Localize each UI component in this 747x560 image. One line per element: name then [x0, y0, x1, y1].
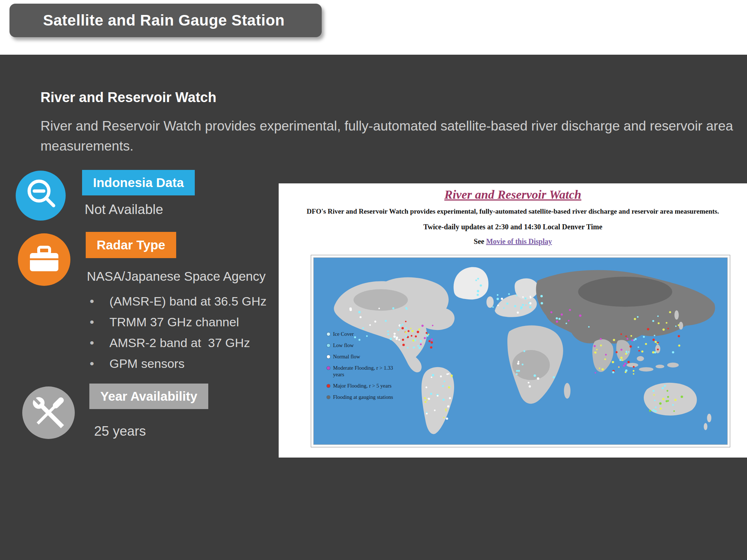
legend-item-moderate-flooding: Moderate Flooding, r > 1.33 years [327, 365, 403, 378]
legend-label: Flooding at gauging stations [333, 394, 393, 400]
island-borneo [637, 356, 644, 361]
continent-south-america [422, 367, 454, 434]
radar-bullet-4: GPM sensors [87, 353, 267, 374]
legend-label: Normal flow [333, 353, 360, 360]
webpage-intro-line: DFO's River and Reservoir Watch provides… [279, 207, 747, 215]
radar-bullet-1: (AMSR-E) band at 36.5 GHz [87, 291, 267, 312]
region-scandinavia [515, 278, 538, 299]
webpage-screenshot-panel: River and Reservoir Watch DFO's River an… [279, 183, 747, 458]
patch-canada [353, 289, 408, 311]
webpage-updates-line: Twice-daily updates at 2:30 and 14:30 Lo… [279, 223, 747, 231]
island-sulawesi [655, 365, 664, 368]
indonesia-data-label-text: Indonesia Data [93, 175, 184, 190]
patch-africa [512, 350, 550, 380]
slide-body: River and Reservoir Watch River and Rese… [0, 55, 747, 560]
legend-item-low-flow: Low flow [327, 342, 403, 349]
movie-display-link[interactable]: Movie of this Display [486, 237, 552, 245]
world-map-frame: Ice Cover Low flow Normal flow Mode [311, 255, 730, 447]
legend-swatch [327, 396, 330, 399]
see-prefix: See [474, 237, 486, 245]
legend-swatch [327, 355, 330, 358]
legend-item-ice-cover: Ice Cover [327, 331, 403, 337]
zoom-out-icon-circle [16, 171, 66, 221]
radar-bullet-list: (AMSR-E) band at 36.5 GHz TRMM 37 GHz ch… [87, 291, 267, 374]
legend-item-major-flooding: Major Flooding, r > 5 years [327, 382, 403, 389]
top-strip: Satellite and Rain Gauge Station [0, 0, 747, 55]
legend-swatch [327, 366, 330, 370]
island-java [639, 367, 654, 372]
legend-label: Low flow [333, 342, 354, 349]
island-new-guinea [667, 362, 679, 368]
year-availability-value: 25 years [94, 424, 146, 439]
tools-icon-circle [22, 386, 75, 439]
indonesia-data-label: Indonesia Data [82, 170, 195, 195]
briefcase-icon [18, 233, 70, 286]
section-description: River and Reservoir Watch provides exper… [40, 116, 734, 156]
radar-bullet-2: TRMM 37 GHz channel [87, 312, 267, 332]
magnifier-minus-icon [16, 171, 66, 221]
tools-icon [22, 386, 75, 439]
radar-type-label-text: Radar Type [97, 238, 165, 252]
island-japan-south [679, 322, 683, 330]
legend-label: Major Flooding, r > 5 years [333, 382, 391, 389]
legend-label: Moderate Flooding, r > 1.33 years [333, 365, 403, 378]
legend-swatch [327, 344, 330, 347]
island-new-zealand-south [704, 423, 707, 430]
section-heading: River and Reservoir Watch [40, 90, 216, 105]
legend-item-normal-flow: Normal flow [327, 353, 403, 360]
slide-title: Satellite and Rain Gauge Station [9, 12, 285, 29]
continent-australia [644, 383, 697, 416]
region-madagascar [564, 383, 570, 398]
radar-type-label: Radar Type [86, 232, 176, 258]
year-availability-label-text: Year Availability [100, 389, 197, 404]
legend-swatch [327, 384, 330, 388]
radar-bullet-3: AMSR-2 band at 37 GHz [87, 332, 267, 353]
world-flood-map: Ice Cover Low flow Normal flow Mode [313, 257, 728, 445]
slide-title-tab: Satellite and Rain Gauge Station [9, 4, 322, 37]
island-new-zealand-north [707, 414, 711, 423]
briefcase-icon-circle [18, 233, 70, 286]
radar-agency-text: NASA/Japanese Space Agency [87, 269, 266, 284]
region-india [592, 339, 614, 372]
legend-swatch [327, 332, 330, 336]
island-japan-north [674, 310, 679, 320]
indonesia-data-value: Not Available [85, 202, 163, 217]
island-sumatra [627, 363, 638, 367]
webpage-see-line: See Movie of this Display [279, 237, 747, 246]
presentation-slide: Satellite and Rain Gauge Station River a… [0, 0, 747, 560]
webpage-title: River and Reservoir Watch [279, 188, 747, 202]
region-se-asia [616, 340, 631, 361]
year-availability-label: Year Availability [89, 384, 208, 409]
region-uk [487, 296, 494, 308]
map-legend: Ice Cover Low flow Normal flow Mode [327, 331, 403, 400]
legend-label: Ice Cover [333, 331, 354, 337]
patch-siberia [578, 277, 672, 307]
continent-greenland [454, 267, 489, 299]
legend-item-gauging-stations: Flooding at gauging stations [327, 394, 403, 400]
